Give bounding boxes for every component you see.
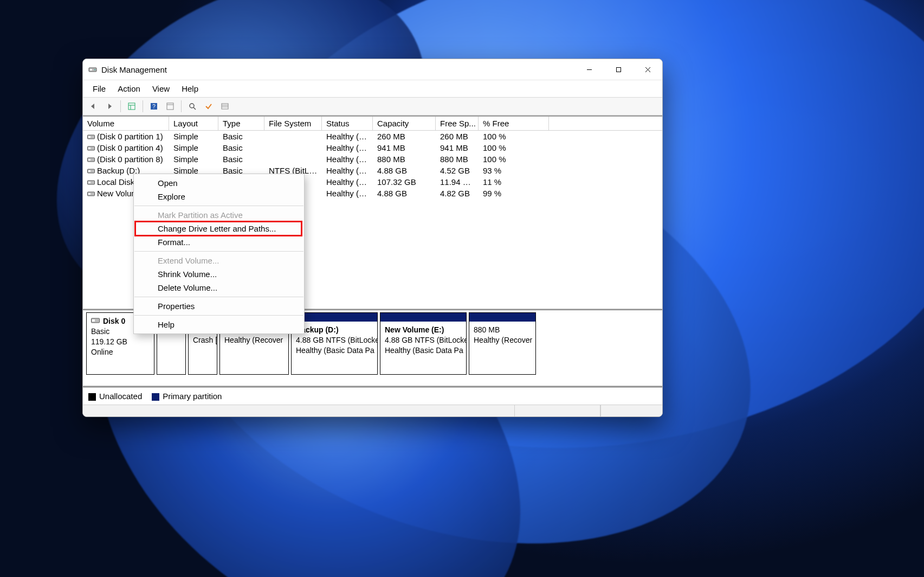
volume-capacity: 260 MB bbox=[373, 131, 436, 142]
context-menu-item[interactable]: Change Drive Letter and Paths... bbox=[134, 222, 304, 235]
partition-line2: Healthy (Basic Data Pa bbox=[296, 345, 373, 356]
volume-free: 880 MB bbox=[436, 153, 479, 165]
context-menu-separator bbox=[134, 315, 303, 316]
context-menu-separator bbox=[134, 297, 303, 297]
context-menu-item[interactable]: Properties bbox=[134, 299, 304, 313]
context-menu-item[interactable]: Format... bbox=[134, 235, 304, 249]
volume-name: Local Disk bbox=[97, 177, 134, 187]
volume-status: Healthy (B... bbox=[322, 176, 373, 188]
menubar: File Action View Help bbox=[83, 80, 662, 97]
volume-capacity: 4.88 GB bbox=[373, 188, 436, 199]
volume-capacity: 4.88 GB bbox=[373, 165, 436, 176]
volume-fs bbox=[264, 158, 322, 161]
legend-unallocated: Unallocated bbox=[88, 392, 142, 401]
menu-file[interactable]: File bbox=[87, 82, 111, 95]
context-menu-item[interactable]: Open bbox=[134, 176, 304, 190]
titlebar[interactable]: Disk Management bbox=[83, 59, 662, 80]
context-menu-separator bbox=[134, 206, 303, 206]
back-button[interactable] bbox=[86, 100, 100, 113]
maximize-button[interactable] bbox=[604, 59, 633, 80]
disk-size: 119.12 GB bbox=[91, 337, 150, 347]
volume-type: Basic bbox=[218, 131, 264, 142]
forward-button[interactable] bbox=[102, 100, 117, 113]
legend-primary: Primary partition bbox=[152, 392, 222, 401]
context-menu-item[interactable]: Explore bbox=[134, 190, 304, 203]
menu-help[interactable]: Help bbox=[176, 82, 204, 95]
col-status[interactable]: Status bbox=[322, 117, 373, 130]
volume-fs bbox=[264, 136, 322, 138]
volume-type: Basic bbox=[218, 142, 264, 153]
svg-rect-32 bbox=[92, 319, 95, 322]
volume-status: Healthy (B... bbox=[322, 188, 373, 199]
context-menu-item[interactable]: Help bbox=[134, 318, 304, 331]
help-button[interactable]: ? bbox=[147, 100, 161, 113]
context-menu-separator bbox=[134, 251, 303, 252]
toolbar: ? bbox=[83, 97, 662, 116]
volume-row[interactable]: (Disk 0 partition 1)SimpleBasicHealthy (… bbox=[83, 131, 662, 142]
col-filesystem[interactable]: File System bbox=[264, 117, 322, 130]
volume-list-header: Volume Layout Type File System Status Ca… bbox=[83, 117, 662, 131]
volume-free: 260 MB bbox=[436, 131, 479, 142]
partition-title: Backup (D:) bbox=[296, 325, 373, 335]
volume-layout: Simple bbox=[169, 153, 218, 165]
volume-status: Healthy (R... bbox=[322, 142, 373, 153]
menu-view[interactable]: View bbox=[147, 82, 175, 95]
partition-title: New Volume (E:) bbox=[385, 325, 462, 335]
close-button[interactable] bbox=[633, 59, 662, 80]
volume-layout: Simple bbox=[169, 131, 218, 142]
volume-pct: 99 % bbox=[479, 188, 549, 199]
volume-name: (Disk 0 partition 8) bbox=[97, 155, 163, 164]
volume-pct: 100 % bbox=[479, 142, 549, 153]
partition-line2: Healthy (Basic Data Pa bbox=[385, 345, 462, 356]
volume-row[interactable]: (Disk 0 partition 4)SimpleBasicHealthy (… bbox=[83, 142, 662, 153]
col-freespace[interactable]: Free Sp... bbox=[436, 117, 479, 130]
volume-free: 941 MB bbox=[436, 142, 479, 153]
context-menu-item[interactable]: Shrink Volume... bbox=[134, 267, 304, 281]
volume-name: New Volum bbox=[97, 189, 138, 198]
volume-row[interactable]: (Disk 0 partition 8)SimpleBasicHealthy (… bbox=[83, 153, 662, 165]
volume-fs bbox=[264, 147, 322, 149]
col-layout[interactable]: Layout bbox=[169, 117, 218, 130]
svg-rect-1 bbox=[90, 69, 92, 70]
find-button[interactable] bbox=[185, 100, 199, 113]
partition-line2: Crash [ bbox=[193, 335, 212, 345]
col-capacity[interactable]: Capacity bbox=[373, 117, 436, 130]
minimize-button[interactable] bbox=[574, 59, 604, 80]
context-menu: OpenExploreMark Partition as ActiveChang… bbox=[133, 174, 305, 334]
show-hide-tree-button[interactable] bbox=[125, 100, 139, 113]
disk-name: Disk 0 bbox=[103, 316, 125, 326]
partition-box[interactable]: New Volume (E:)4.88 GB NTFS (BitLockeHea… bbox=[380, 312, 467, 375]
menu-action[interactable]: Action bbox=[112, 82, 146, 95]
volume-name: (Disk 0 partition 1) bbox=[97, 132, 163, 141]
volume-status: Healthy (B... bbox=[322, 165, 373, 176]
partition-box[interactable]: 880 MBHealthy (Recover bbox=[469, 312, 536, 375]
drive-icon bbox=[87, 132, 97, 141]
list-button[interactable] bbox=[218, 100, 232, 113]
volume-capacity: 107.32 GB bbox=[373, 176, 436, 188]
svg-line-15 bbox=[193, 107, 196, 110]
volume-pct: 100 % bbox=[479, 131, 549, 142]
volume-status: Healthy (R... bbox=[322, 153, 373, 165]
col-type[interactable]: Type bbox=[218, 117, 264, 130]
volume-name: (Disk 0 partition 4) bbox=[97, 143, 163, 152]
drive-icon bbox=[87, 189, 97, 198]
col-pctfree[interactable]: % Free bbox=[479, 117, 549, 130]
partition-line2: Healthy (Recover bbox=[474, 335, 531, 345]
volume-free: 4.82 GB bbox=[436, 188, 479, 199]
app-icon bbox=[88, 65, 97, 74]
volume-free: 11.94 GB bbox=[436, 176, 479, 188]
volume-layout: Simple bbox=[169, 142, 218, 153]
volume-capacity: 880 MB bbox=[373, 153, 436, 165]
disk-icon bbox=[91, 316, 100, 326]
col-volume[interactable]: Volume bbox=[83, 117, 169, 130]
settings-button[interactable] bbox=[202, 100, 216, 113]
drive-icon bbox=[87, 166, 97, 175]
volume-pct: 93 % bbox=[479, 165, 549, 176]
svg-rect-22 bbox=[88, 148, 91, 149]
context-menu-item: Mark Partition as Active bbox=[134, 208, 304, 222]
disk-state: Online bbox=[91, 347, 150, 357]
refresh-button[interactable] bbox=[163, 100, 177, 113]
context-menu-item[interactable]: Delete Volume... bbox=[134, 281, 304, 294]
svg-point-2 bbox=[94, 69, 95, 70]
partition-line1: 4.88 GB NTFS (BitLocke bbox=[385, 335, 462, 345]
